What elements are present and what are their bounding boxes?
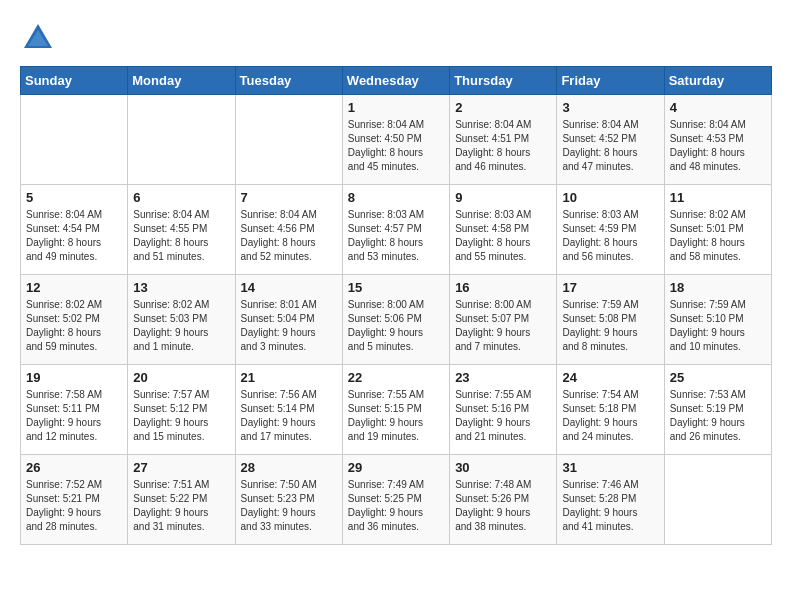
day-number: 18 — [670, 280, 766, 295]
day-info: Sunrise: 8:01 AM Sunset: 5:04 PM Dayligh… — [241, 298, 337, 354]
calendar-cell: 3Sunrise: 8:04 AM Sunset: 4:52 PM Daylig… — [557, 95, 664, 185]
day-number: 2 — [455, 100, 551, 115]
day-info: Sunrise: 7:56 AM Sunset: 5:14 PM Dayligh… — [241, 388, 337, 444]
day-number: 28 — [241, 460, 337, 475]
day-number: 9 — [455, 190, 551, 205]
calendar-cell: 17Sunrise: 7:59 AM Sunset: 5:08 PM Dayli… — [557, 275, 664, 365]
calendar-cell — [235, 95, 342, 185]
day-number: 26 — [26, 460, 122, 475]
week-row-4: 19Sunrise: 7:58 AM Sunset: 5:11 PM Dayli… — [21, 365, 772, 455]
calendar-cell: 27Sunrise: 7:51 AM Sunset: 5:22 PM Dayli… — [128, 455, 235, 545]
day-info: Sunrise: 8:02 AM Sunset: 5:01 PM Dayligh… — [670, 208, 766, 264]
day-info: Sunrise: 8:04 AM Sunset: 4:53 PM Dayligh… — [670, 118, 766, 174]
day-header-monday: Monday — [128, 67, 235, 95]
day-info: Sunrise: 7:51 AM Sunset: 5:22 PM Dayligh… — [133, 478, 229, 534]
day-info: Sunrise: 8:04 AM Sunset: 4:54 PM Dayligh… — [26, 208, 122, 264]
week-row-2: 5Sunrise: 8:04 AM Sunset: 4:54 PM Daylig… — [21, 185, 772, 275]
day-header-thursday: Thursday — [450, 67, 557, 95]
calendar-cell: 31Sunrise: 7:46 AM Sunset: 5:28 PM Dayli… — [557, 455, 664, 545]
calendar-cell: 7Sunrise: 8:04 AM Sunset: 4:56 PM Daylig… — [235, 185, 342, 275]
day-info: Sunrise: 7:53 AM Sunset: 5:19 PM Dayligh… — [670, 388, 766, 444]
day-info: Sunrise: 8:04 AM Sunset: 4:50 PM Dayligh… — [348, 118, 444, 174]
day-number: 22 — [348, 370, 444, 385]
calendar-cell: 24Sunrise: 7:54 AM Sunset: 5:18 PM Dayli… — [557, 365, 664, 455]
day-number: 14 — [241, 280, 337, 295]
day-info: Sunrise: 7:48 AM Sunset: 5:26 PM Dayligh… — [455, 478, 551, 534]
calendar-cell: 26Sunrise: 7:52 AM Sunset: 5:21 PM Dayli… — [21, 455, 128, 545]
page-header — [20, 20, 772, 56]
calendar-cell: 13Sunrise: 8:02 AM Sunset: 5:03 PM Dayli… — [128, 275, 235, 365]
day-number: 21 — [241, 370, 337, 385]
day-number: 15 — [348, 280, 444, 295]
day-number: 10 — [562, 190, 658, 205]
calendar-cell — [21, 95, 128, 185]
day-number: 8 — [348, 190, 444, 205]
calendar-cell: 8Sunrise: 8:03 AM Sunset: 4:57 PM Daylig… — [342, 185, 449, 275]
day-header-wednesday: Wednesday — [342, 67, 449, 95]
day-number: 3 — [562, 100, 658, 115]
day-number: 6 — [133, 190, 229, 205]
day-info: Sunrise: 8:00 AM Sunset: 5:06 PM Dayligh… — [348, 298, 444, 354]
day-info: Sunrise: 7:59 AM Sunset: 5:10 PM Dayligh… — [670, 298, 766, 354]
calendar-cell: 2Sunrise: 8:04 AM Sunset: 4:51 PM Daylig… — [450, 95, 557, 185]
day-info: Sunrise: 8:03 AM Sunset: 4:58 PM Dayligh… — [455, 208, 551, 264]
calendar-cell: 5Sunrise: 8:04 AM Sunset: 4:54 PM Daylig… — [21, 185, 128, 275]
day-number: 1 — [348, 100, 444, 115]
day-number: 12 — [26, 280, 122, 295]
calendar-cell — [128, 95, 235, 185]
day-number: 31 — [562, 460, 658, 475]
day-info: Sunrise: 8:02 AM Sunset: 5:02 PM Dayligh… — [26, 298, 122, 354]
day-number: 7 — [241, 190, 337, 205]
day-info: Sunrise: 7:55 AM Sunset: 5:16 PM Dayligh… — [455, 388, 551, 444]
day-info: Sunrise: 7:54 AM Sunset: 5:18 PM Dayligh… — [562, 388, 658, 444]
calendar-cell: 21Sunrise: 7:56 AM Sunset: 5:14 PM Dayli… — [235, 365, 342, 455]
calendar-cell: 6Sunrise: 8:04 AM Sunset: 4:55 PM Daylig… — [128, 185, 235, 275]
calendar-cell: 11Sunrise: 8:02 AM Sunset: 5:01 PM Dayli… — [664, 185, 771, 275]
day-info: Sunrise: 8:03 AM Sunset: 4:59 PM Dayligh… — [562, 208, 658, 264]
day-number: 13 — [133, 280, 229, 295]
day-number: 23 — [455, 370, 551, 385]
day-info: Sunrise: 7:57 AM Sunset: 5:12 PM Dayligh… — [133, 388, 229, 444]
logo-icon — [20, 20, 56, 56]
calendar-cell: 22Sunrise: 7:55 AM Sunset: 5:15 PM Dayli… — [342, 365, 449, 455]
day-info: Sunrise: 7:50 AM Sunset: 5:23 PM Dayligh… — [241, 478, 337, 534]
calendar-cell: 12Sunrise: 8:02 AM Sunset: 5:02 PM Dayli… — [21, 275, 128, 365]
day-info: Sunrise: 7:55 AM Sunset: 5:15 PM Dayligh… — [348, 388, 444, 444]
day-info: Sunrise: 8:04 AM Sunset: 4:55 PM Dayligh… — [133, 208, 229, 264]
day-number: 29 — [348, 460, 444, 475]
day-info: Sunrise: 7:46 AM Sunset: 5:28 PM Dayligh… — [562, 478, 658, 534]
day-number: 11 — [670, 190, 766, 205]
day-info: Sunrise: 8:04 AM Sunset: 4:51 PM Dayligh… — [455, 118, 551, 174]
header-row: SundayMondayTuesdayWednesdayThursdayFrid… — [21, 67, 772, 95]
day-number: 25 — [670, 370, 766, 385]
day-number: 30 — [455, 460, 551, 475]
day-info: Sunrise: 8:00 AM Sunset: 5:07 PM Dayligh… — [455, 298, 551, 354]
day-info: Sunrise: 7:49 AM Sunset: 5:25 PM Dayligh… — [348, 478, 444, 534]
calendar-cell: 10Sunrise: 8:03 AM Sunset: 4:59 PM Dayli… — [557, 185, 664, 275]
calendar-cell: 14Sunrise: 8:01 AM Sunset: 5:04 PM Dayli… — [235, 275, 342, 365]
day-info: Sunrise: 8:02 AM Sunset: 5:03 PM Dayligh… — [133, 298, 229, 354]
calendar-cell: 29Sunrise: 7:49 AM Sunset: 5:25 PM Dayli… — [342, 455, 449, 545]
day-header-saturday: Saturday — [664, 67, 771, 95]
calendar-cell: 18Sunrise: 7:59 AM Sunset: 5:10 PM Dayli… — [664, 275, 771, 365]
day-header-friday: Friday — [557, 67, 664, 95]
calendar-cell: 28Sunrise: 7:50 AM Sunset: 5:23 PM Dayli… — [235, 455, 342, 545]
calendar-cell: 23Sunrise: 7:55 AM Sunset: 5:16 PM Dayli… — [450, 365, 557, 455]
day-info: Sunrise: 8:03 AM Sunset: 4:57 PM Dayligh… — [348, 208, 444, 264]
day-number: 5 — [26, 190, 122, 205]
day-info: Sunrise: 8:04 AM Sunset: 4:56 PM Dayligh… — [241, 208, 337, 264]
logo — [20, 20, 62, 56]
day-info: Sunrise: 7:52 AM Sunset: 5:21 PM Dayligh… — [26, 478, 122, 534]
calendar-cell: 25Sunrise: 7:53 AM Sunset: 5:19 PM Dayli… — [664, 365, 771, 455]
calendar-cell: 16Sunrise: 8:00 AM Sunset: 5:07 PM Dayli… — [450, 275, 557, 365]
day-header-sunday: Sunday — [21, 67, 128, 95]
calendar-cell: 20Sunrise: 7:57 AM Sunset: 5:12 PM Dayli… — [128, 365, 235, 455]
day-info: Sunrise: 7:58 AM Sunset: 5:11 PM Dayligh… — [26, 388, 122, 444]
day-info: Sunrise: 8:04 AM Sunset: 4:52 PM Dayligh… — [562, 118, 658, 174]
day-number: 27 — [133, 460, 229, 475]
day-number: 16 — [455, 280, 551, 295]
day-header-tuesday: Tuesday — [235, 67, 342, 95]
calendar-cell: 19Sunrise: 7:58 AM Sunset: 5:11 PM Dayli… — [21, 365, 128, 455]
day-number: 17 — [562, 280, 658, 295]
week-row-1: 1Sunrise: 8:04 AM Sunset: 4:50 PM Daylig… — [21, 95, 772, 185]
